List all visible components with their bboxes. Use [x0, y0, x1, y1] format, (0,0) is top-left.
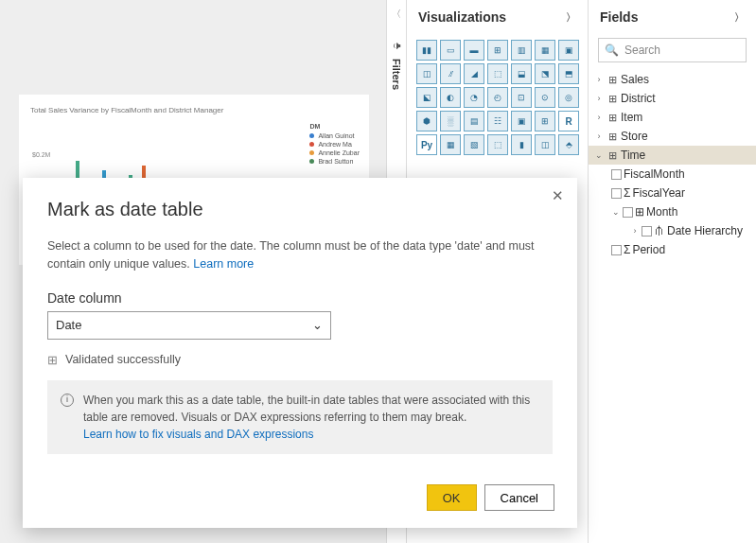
info-message: i When you mark this as a date table, th… — [47, 380, 553, 454]
table-time[interactable]: ⌄⊞Time — [589, 146, 756, 165]
viz-type-icon[interactable]: ⊞ — [487, 40, 508, 61]
viz-type-icon[interactable]: ▮▮ — [416, 40, 437, 61]
field-row[interactable]: Σ FiscalYear — [589, 184, 756, 202]
info-icon: i — [61, 394, 74, 407]
viz-type-icon[interactable]: ▬ — [464, 40, 484, 61]
chart-legend: DM Allan Guinot Andrew Ma Annelie Zubar … — [309, 123, 360, 166]
viz-type-icon[interactable]: ☷ — [487, 111, 508, 131]
chevron-down-icon: ⌄ — [594, 150, 604, 160]
search-input[interactable]: 🔍 Search — [598, 38, 747, 62]
search-placeholder: Search — [624, 44, 660, 57]
chevron-left-icon[interactable]: 〈 — [392, 8, 401, 21]
viz-type-icon[interactable]: ◔ — [464, 87, 484, 108]
viz-gallery: ▮▮▭▬⊞▥▦▣◫⫽◢⬚⬓⬔⬒⬕◐◔◴⊡⊙◎⬢░▤☷▣⊞RPy▦▧⬚▮◫⬘ — [407, 34, 588, 161]
date-column-select[interactable]: Date ⌄ — [47, 311, 331, 340]
checkbox[interactable] — [623, 207, 633, 218]
cancel-button[interactable]: Cancel — [484, 484, 554, 511]
viz-type-icon[interactable]: ⊞ — [535, 111, 555, 131]
viz-type-icon[interactable]: ▦ — [535, 40, 555, 61]
close-icon[interactable]: ✕ — [552, 187, 564, 204]
viz-type-icon[interactable]: ▣ — [558, 40, 579, 61]
field-label: Period — [632, 243, 665, 256]
chevron-right-icon: › — [630, 226, 640, 236]
viz-type-icon[interactable]: ⬓ — [511, 63, 532, 84]
viz-type-icon[interactable]: ⊙ — [535, 87, 555, 108]
ok-button[interactable]: OK — [427, 484, 477, 511]
viz-type-icon[interactable]: ◎ — [558, 87, 579, 108]
viz-type-icon[interactable]: ▤ — [464, 111, 484, 131]
viz-type-icon[interactable]: ▦ — [440, 134, 461, 155]
table-icon: ⊞ — [606, 149, 619, 162]
table-label: Sales — [621, 73, 649, 86]
checkbox[interactable] — [642, 226, 652, 236]
table-item[interactable]: ›⊞Item — [589, 108, 756, 127]
table-label: District — [621, 92, 656, 105]
filters-label: Filters — [391, 59, 402, 90]
viz-type-icon[interactable]: ⬚ — [487, 63, 508, 84]
viz-type-icon[interactable]: ⬕ — [416, 87, 437, 108]
checkbox[interactable] — [611, 169, 622, 180]
table-district[interactable]: ›⊞District — [589, 89, 756, 108]
desc-text: Select a column to be used for the date.… — [47, 239, 535, 271]
checkbox[interactable] — [611, 188, 622, 199]
viz-type-icon[interactable]: ░ — [440, 111, 461, 131]
field-row[interactable]: › ⫛ Date Hierarchy — [589, 221, 756, 240]
chevron-right-icon: › — [594, 94, 604, 103]
chevron-down-icon: ⌄ — [611, 207, 621, 217]
legend-item: Brad Sutton — [318, 158, 353, 165]
dialog-description: Select a column to be used for the date.… — [47, 237, 553, 273]
fix-visuals-link[interactable]: Learn how to fix visuals and DAX express… — [83, 428, 313, 441]
calendar-icon: ⊞ — [635, 205, 644, 219]
legend-title: DM — [309, 123, 360, 130]
viz-type-icon[interactable]: ▮ — [511, 134, 532, 155]
field-row[interactable]: ⌄ ⊞ Month — [589, 202, 756, 221]
viz-type-icon[interactable]: ◢ — [464, 63, 484, 84]
checkbox[interactable] — [611, 245, 622, 255]
viz-type-icon[interactable]: ⬒ — [558, 63, 579, 84]
chevron-right-icon[interactable]: 〉 — [734, 10, 745, 25]
legend-item: Allan Guinot — [318, 132, 354, 139]
search-icon: 🔍 — [605, 44, 619, 57]
field-label: FiscalYear — [632, 186, 685, 200]
viz-type-icon[interactable]: ▧ — [464, 134, 484, 155]
field-row[interactable]: FiscalMonth — [589, 165, 756, 184]
sigma-icon: Σ — [624, 243, 630, 256]
viz-type-icon[interactable]: ⬔ — [535, 63, 555, 84]
chevron-right-icon: › — [594, 131, 604, 141]
viz-type-icon[interactable]: Py — [416, 134, 437, 155]
hierarchy-icon: ⫛ — [654, 224, 665, 237]
viz-type-icon[interactable]: ⬢ — [416, 111, 437, 131]
legend-item: Annelie Zubar — [318, 149, 360, 156]
validated-text: Validated successfully — [65, 353, 181, 366]
chevron-right-icon: › — [594, 75, 604, 84]
table-icon: ⊞ — [606, 112, 619, 124]
viz-type-icon[interactable]: R — [558, 111, 579, 131]
viz-type-icon[interactable]: ◐ — [440, 87, 461, 108]
table-icon: ⊞ — [606, 131, 619, 143]
table-icon: ⊞ — [47, 353, 58, 367]
viz-type-icon[interactable]: ⬘ — [558, 134, 579, 155]
viz-type-icon[interactable]: ⬚ — [487, 134, 508, 155]
viz-type-icon[interactable]: ⊡ — [511, 87, 532, 108]
dialog-title: Mark as date table — [47, 199, 553, 220]
chevron-right-icon[interactable]: 〉 — [566, 10, 576, 25]
sigma-icon: Σ — [624, 186, 630, 200]
table-label: Time — [621, 149, 645, 162]
viz-type-icon[interactable]: ⫽ — [440, 63, 461, 84]
table-store[interactable]: ›⊞Store — [589, 127, 756, 146]
date-column-label: Date column — [47, 290, 553, 306]
viz-type-icon[interactable]: ◫ — [535, 134, 555, 155]
table-sales[interactable]: ›⊞Sales — [589, 70, 756, 89]
viz-type-icon[interactable]: ▭ — [440, 40, 461, 61]
learn-more-link[interactable]: Learn more — [193, 257, 254, 271]
viz-pane-title: Visualizations — [418, 9, 506, 25]
viz-type-icon[interactable]: ▥ — [511, 40, 532, 61]
viz-type-icon[interactable]: ▣ — [511, 111, 532, 131]
table-label: Item — [621, 111, 642, 124]
viz-type-icon[interactable]: ◫ — [416, 63, 437, 84]
field-row[interactable]: Σ Period — [589, 240, 756, 259]
speaker-icon[interactable]: 🕩 — [392, 40, 402, 51]
field-label: FiscalMonth — [624, 167, 685, 181]
select-value: Date — [56, 318, 81, 332]
viz-type-icon[interactable]: ◴ — [487, 87, 508, 108]
